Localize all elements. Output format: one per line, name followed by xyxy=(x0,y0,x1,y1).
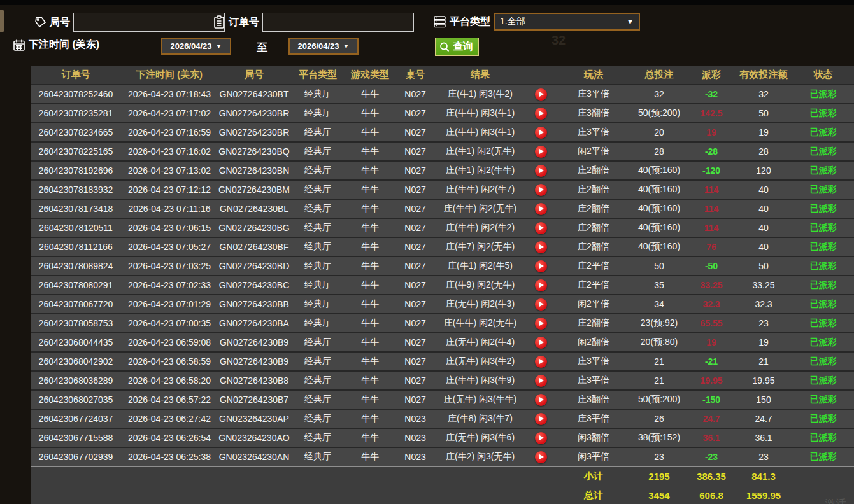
status-cell: 已派彩 xyxy=(792,333,854,352)
payout-cell: -21 xyxy=(688,352,735,371)
subtotal-row: 小计 2195 386.35 841.3 xyxy=(31,466,854,486)
total-bet-cell: 50 xyxy=(630,256,688,276)
result-cell: 庄(牛牛) 闲2(牛2) xyxy=(436,218,525,237)
game-cell: 牛牛 xyxy=(345,85,395,104)
play-video-icon[interactable] xyxy=(535,298,547,311)
platform-type-select[interactable]: 1.全部 ▼ xyxy=(494,13,640,31)
play-video-icon[interactable] xyxy=(535,222,547,234)
play-video-icon[interactable] xyxy=(535,108,547,120)
method-cell: 庄2翻倍 xyxy=(557,180,630,199)
method-cell: 庄2翻倍 xyxy=(557,218,630,237)
valid-bet-cell: 24.7 xyxy=(735,409,792,428)
table-row: 2604230781121662026-04-23 07:05:27GN0272… xyxy=(31,237,854,256)
status-cell: 已派彩 xyxy=(792,352,854,371)
valid-bet-cell: 19 xyxy=(735,123,792,142)
table-row: 2604230782352812026-04-23 07:17:02GN0272… xyxy=(31,104,854,123)
query-button[interactable]: 查询 xyxy=(435,38,479,56)
round-number-input[interactable] xyxy=(73,13,225,32)
date-to-picker[interactable]: 2026/04/23▼ xyxy=(288,38,359,55)
valid-bet-cell: 40 xyxy=(735,199,792,218)
play-cell xyxy=(525,237,557,256)
total-bet-cell: 21 xyxy=(630,352,688,371)
result-cell: 庄(牛1) 闲2(牛牛) xyxy=(436,161,525,180)
filter-bar: 局号 订单号 平台类型 1.全部 ▼ 下注时间 (美东) 2026/04/23▼… xyxy=(0,5,854,66)
result-cell: 庄(牛7) 闲2(无牛) xyxy=(436,237,525,256)
valid-bet-cell: 19 xyxy=(735,333,792,352)
date-from-picker[interactable]: 2026/04/23▼ xyxy=(161,38,231,55)
play-video-icon[interactable] xyxy=(535,279,547,291)
play-video-icon[interactable] xyxy=(535,260,547,272)
table-no-cell: N027 xyxy=(395,371,436,390)
subtotal-label: 小计 xyxy=(557,466,630,486)
method-cell: 闲3平倍 xyxy=(557,447,630,466)
order-number-input[interactable] xyxy=(262,13,414,32)
total-bet-cell: 20 xyxy=(630,123,688,142)
play-video-icon[interactable] xyxy=(535,318,547,330)
play-video-icon[interactable] xyxy=(535,165,547,177)
result-cell: 庄(牛牛) 闲2(牛7) xyxy=(436,180,525,199)
status-cell: 已派彩 xyxy=(792,85,854,104)
play-video-icon[interactable] xyxy=(535,88,547,101)
table-row: 2604230677155882026-04-23 06:26:54GN0232… xyxy=(31,428,854,447)
col-header-round: 局号 xyxy=(218,66,290,85)
platform-cell: 经典厅 xyxy=(290,161,345,180)
platform-cell: 经典厅 xyxy=(290,371,345,390)
col-header-play xyxy=(525,66,557,85)
table-no-cell: N023 xyxy=(395,428,436,447)
table-no-cell: N027 xyxy=(395,314,436,333)
play-cell xyxy=(525,333,557,352)
payout-cell: 142.5 xyxy=(688,104,735,123)
order-cell: 260423078192696 xyxy=(31,161,121,180)
play-video-icon[interactable] xyxy=(535,337,547,349)
bet-records-table: 订单号 下注时间 (美东) 局号 平台类型 游戏类型 桌号 结果 玩法 总投注 … xyxy=(31,66,854,504)
payout-cell: 36.1 xyxy=(688,428,735,447)
play-video-icon[interactable] xyxy=(535,356,547,368)
result-cell: 庄(无牛) 闲3(牛2) xyxy=(436,352,525,371)
time-cell: 2026-04-23 07:05:27 xyxy=(121,237,218,256)
platform-cell: 经典厅 xyxy=(290,447,345,466)
table-no-cell: N027 xyxy=(395,352,436,371)
col-header-time: 下注时间 (美东) xyxy=(121,66,218,85)
play-video-icon[interactable] xyxy=(535,451,547,463)
result-cell: 庄(牛牛) 闲2(无牛) xyxy=(436,314,525,333)
play-video-icon[interactable] xyxy=(535,413,547,425)
payout-cell: 19.95 xyxy=(688,371,735,390)
round-cell: GN027264230BF xyxy=(218,237,290,256)
total-bet-cell: 50(预:200) xyxy=(630,104,688,123)
payout-cell: 114 xyxy=(688,199,735,218)
order-cell: 260423078225165 xyxy=(31,142,121,161)
valid-bet-cell: 21 xyxy=(735,352,792,371)
play-video-icon[interactable] xyxy=(535,127,547,139)
game-cell: 牛牛 xyxy=(345,104,395,123)
play-cell xyxy=(525,199,557,218)
play-video-icon[interactable] xyxy=(535,241,547,253)
round-cell: GN027264230BN xyxy=(218,161,290,180)
table-no-cell: N027 xyxy=(395,180,436,199)
method-cell: 庄3翻倍 xyxy=(557,104,630,123)
table-row: 2604230781734182026-04-23 07:11:16GN0272… xyxy=(31,199,854,218)
platform-cell: 经典厅 xyxy=(290,390,345,409)
game-cell: 牛牛 xyxy=(345,352,395,371)
play-video-icon[interactable] xyxy=(535,394,547,406)
total-bet-cell: 40(预:160) xyxy=(630,199,688,218)
game-cell: 牛牛 xyxy=(345,256,395,276)
status-cell: 已派彩 xyxy=(792,180,854,199)
method-cell: 庄3平倍 xyxy=(557,352,630,371)
status-cell: 已派彩 xyxy=(792,199,854,218)
play-video-icon[interactable] xyxy=(535,184,547,196)
table-row: 2604230781839322026-04-23 07:12:12GN0272… xyxy=(31,180,854,199)
total-bet-cell: 50(预:200) xyxy=(630,390,688,409)
status-cell: 已派彩 xyxy=(792,256,854,276)
subtotal-payout: 386.35 xyxy=(688,466,735,486)
table-row: 2604230780898242026-04-23 07:03:25GN0272… xyxy=(31,256,854,276)
total-bet-cell: 32 xyxy=(630,85,688,104)
play-video-icon[interactable] xyxy=(535,146,547,158)
total-bet-cell: 40(预:160) xyxy=(630,161,688,180)
status-cell: 已派彩 xyxy=(792,142,854,161)
play-video-icon[interactable] xyxy=(535,432,547,444)
play-video-icon[interactable] xyxy=(535,375,547,387)
payout-cell: 19 xyxy=(688,123,735,142)
calendar-icon xyxy=(13,39,25,52)
table-no-cell: N027 xyxy=(395,123,436,142)
play-video-icon[interactable] xyxy=(535,203,547,215)
